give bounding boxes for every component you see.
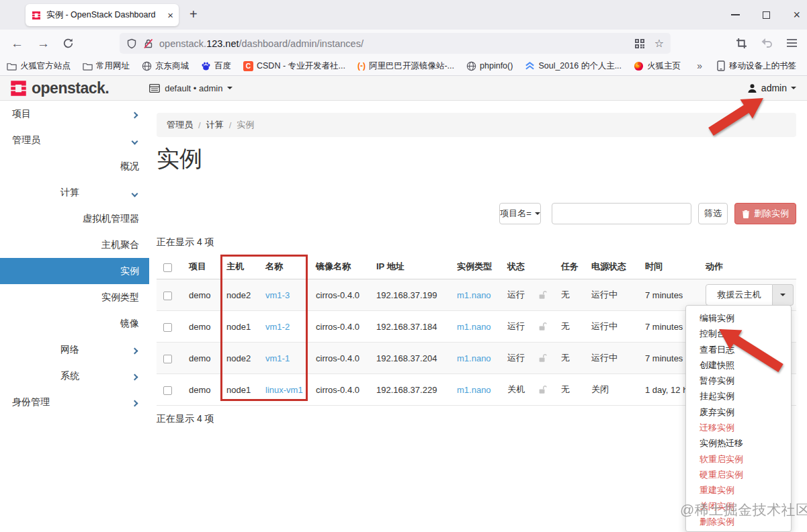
breadcrumb-item[interactable]: 计算 [206,119,224,131]
menu-item-创建快照[interactable]: 创建快照 [686,357,791,373]
flavor-link[interactable]: m1.nano [457,353,491,363]
sidebar-item-label: 虚拟机管理器 [83,213,139,225]
browser-tab[interactable]: 实例 - OpenStack Dashboard × [26,4,179,26]
flavor-link[interactable]: m1.nano [457,322,491,332]
chevron-down-icon [227,87,232,89]
sidebar-item-镜像[interactable]: 镜像 [0,310,149,337]
flavor-link[interactable]: m1.nano [457,290,491,300]
menu-item-实例热迁移[interactable]: 实例热迁移 [686,435,791,451]
bookmark-item-mobile[interactable]: 移动设备上的书签 [716,60,796,72]
menu-item-重建实例[interactable]: 重建实例 [686,482,791,498]
bookmark-star-icon[interactable]: ☆ [654,37,664,50]
rescue-instance-button[interactable]: 救援云主机 [706,284,773,306]
tab-close-icon[interactable]: × [167,9,173,21]
menu-item-废弃实例[interactable]: 废弃实例 [686,404,791,420]
watermark: @稀土掘金技术社区 [680,500,807,519]
reload-icon[interactable] [62,38,74,49]
select-all-checkbox[interactable] [163,263,172,272]
forward-icon[interactable]: → [37,37,50,50]
delete-instances-button[interactable]: 删除实例 [734,203,796,224]
cell-host: node2 [220,343,259,374]
close-icon[interactable]: × [793,9,800,21]
cell-ip-address: 192.168.37.204 [370,343,450,374]
cell-checkbox [157,279,182,311]
url-bar[interactable]: openstack.123.net/dashboard/admin/instan… [120,33,671,54]
instance-name-link[interactable]: linux-vm1 [265,385,303,395]
bookmark-item[interactable]: (-)阿里巴巴开源镜像站-... [357,60,454,72]
chevron-down-icon [780,294,785,296]
back-icon[interactable]: ← [11,37,24,50]
insecure-lock-icon[interactable] [143,38,154,49]
screenshot-icon[interactable] [736,38,747,49]
bookmark-item[interactable]: CCSDN - 专业开发者社... [243,60,345,72]
cell-host: node1 [220,374,259,406]
sidebar-item-网络[interactable]: 网络 [0,337,149,363]
instance-name-link[interactable]: vm1-1 [265,353,290,363]
cell-power-state: 运行中 [585,279,638,311]
new-tab-button[interactable]: + [189,7,198,22]
menu-item-软重启实例[interactable]: 软重启实例 [686,451,791,467]
row-checkbox[interactable] [163,323,172,332]
menu-item-暂停实例[interactable]: 暂停实例 [686,373,791,388]
bookmark-item[interactable]: Soul_2016 的个人主... [525,60,622,72]
sidebar-item-项目[interactable]: 项目 [0,101,149,127]
qr-icon[interactable] [634,38,645,49]
sidebar-item-管理员[interactable]: 管理员 [0,127,149,153]
maximize-icon[interactable] [763,11,770,19]
menu-item-编辑实例[interactable]: 编辑实例 [686,310,791,326]
row-checkbox[interactable] [163,355,172,363]
cell-project: demo [182,279,220,311]
sidebar-item-label: 身份管理 [12,396,50,408]
shield-icon[interactable] [126,38,137,49]
sidebar-item-虚拟机管理器[interactable]: 虚拟机管理器 [0,206,149,232]
bookmarks-overflow-icon[interactable]: » [697,60,702,71]
sidebar-item-主机聚合[interactable]: 主机聚合 [0,232,149,258]
url-text[interactable]: openstack.123.net/dashboard/admin/instan… [159,38,634,49]
bookmark-item[interactable]: 火狐主页 [634,60,681,72]
sidebar-item-概况[interactable]: 概况 [0,153,149,179]
flavor-link[interactable]: m1.nano [457,385,491,395]
cell-lock [531,374,554,406]
row-checkbox[interactable] [163,386,172,395]
sidebar-item-实例类型[interactable]: 实例类型 [0,284,149,310]
menu-item-查看日志[interactable]: 查看日志 [686,342,791,357]
bookmark-item[interactable]: 火狐官方站点 [7,60,71,72]
undo-icon[interactable] [761,38,773,48]
cell-power-state: 运行中 [585,311,638,343]
sidebar-item-label: 计算 [60,187,79,199]
filter-button[interactable]: 筛选 [698,203,728,224]
sidebar-item-实例[interactable]: 实例 [0,258,149,284]
firefox-icon [634,61,644,71]
project-context-switcher[interactable]: default • admin [149,83,232,93]
cell-project: demo [182,343,220,374]
openstack-logo[interactable]: openstack. [9,79,109,97]
bookmark-item[interactable]: 常用网址 [83,60,130,72]
menu-item-迁移实例[interactable]: 迁移实例 [686,420,791,435]
bookmark-label: 阿里巴巴开源镜像站-... [369,60,454,72]
instance-name-link[interactable]: vm1-3 [265,290,290,300]
sidebar-item-系统[interactable]: 系统 [0,363,149,389]
bookmark-item[interactable]: 京东商城 [142,60,189,72]
cell-task: 无 [554,311,585,343]
csdn-icon: C [243,61,253,71]
chevron-right-icon [132,109,137,120]
minimize-icon[interactable] [731,14,740,15]
bookmark-item[interactable]: phpinfo() [466,61,513,71]
breadcrumb-item[interactable]: 管理员 [167,119,193,131]
row-checkbox[interactable] [163,292,172,300]
sidebar-item-计算[interactable]: 计算 [0,179,149,206]
cell-flavor: m1.nano [450,343,501,374]
filter-field-button[interactable]: 项目名= [499,203,541,224]
bookmark-item[interactable]: 百度 [201,60,231,72]
sidebar-item-身份管理[interactable]: 身份管理 [0,389,149,415]
baidu-icon [201,61,211,71]
user-menu[interactable]: admin [747,83,796,93]
row-action-caret-button[interactable] [773,284,794,306]
menu-item-控制台[interactable]: 控制台 [686,326,791,341]
filter-input[interactable] [552,203,691,224]
instance-name-link[interactable]: vm1-2 [265,322,290,332]
menu-item-硬重启实例[interactable]: 硬重启实例 [686,467,791,482]
menu-item-挂起实例[interactable]: 挂起实例 [686,388,791,404]
cell-checkbox [157,343,182,374]
menu-icon[interactable] [786,38,798,48]
